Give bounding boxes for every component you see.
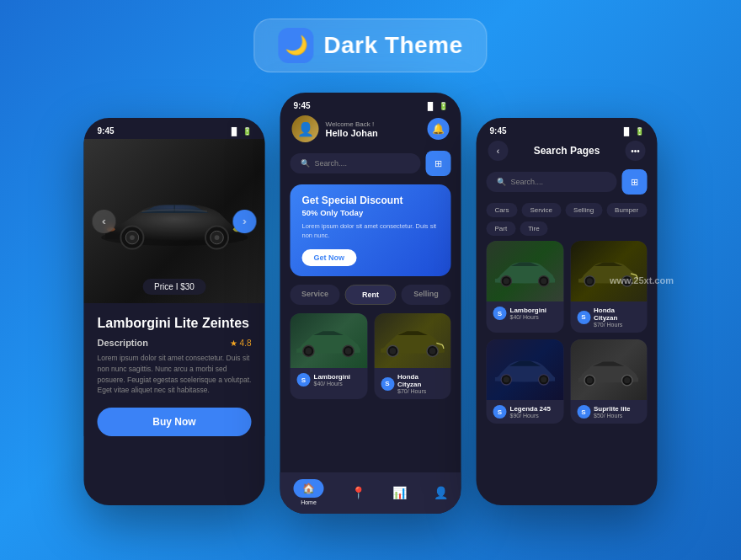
- nav-home[interactable]: 🏠 Home: [294, 479, 324, 505]
- svg-point-33: [624, 377, 630, 383]
- honda-image: [374, 313, 451, 368]
- svg-point-7: [214, 235, 219, 240]
- svg-point-27: [503, 376, 509, 382]
- car-price-honda: $70/ Hours: [397, 388, 445, 394]
- tag-bumper[interactable]: Bumper: [606, 203, 647, 217]
- search-name-legenda: Legenda 245: [510, 405, 551, 413]
- car-price-lamborghini: $40/ Hours: [314, 381, 351, 387]
- car-name-honda: Honda Cityzan: [397, 373, 445, 388]
- nav-profile[interactable]: 👤: [434, 486, 448, 499]
- time-1: 9:45: [98, 126, 115, 136]
- svg-point-23: [587, 278, 593, 284]
- tag-selling[interactable]: Selling: [565, 203, 602, 217]
- tag-cars[interactable]: Cars: [487, 203, 518, 217]
- phone-search: 9:45 ▐▌ 🔋 ‹ Search Pages ••• 🔍 Search...…: [477, 118, 658, 505]
- service-tabs: Service Rent Selling: [280, 285, 461, 313]
- desc-row: Description ★ 4.8: [98, 338, 252, 348]
- status-icons-2: ▐▌ 🔋: [425, 102, 448, 110]
- search-price-honda: $70/ Hours: [594, 322, 641, 328]
- car-card-lamborghini: S Lamborgini $40/ Hours: [291, 313, 368, 399]
- tag-part[interactable]: Part: [487, 221, 516, 236]
- svg-point-4: [130, 235, 135, 240]
- avatar: 👤: [292, 115, 319, 142]
- car-info-lamborghini: S Lamborgini $40/ Hours: [291, 368, 368, 392]
- prev-arrow[interactable]: ‹: [93, 210, 116, 233]
- discount-subtitle: 50% Only Today: [302, 208, 440, 217]
- search-info-legenda: S Legenda 245 $90/ Hours: [487, 400, 564, 424]
- buy-button[interactable]: Buy Now: [98, 408, 252, 436]
- car-logo-s2: S: [381, 377, 394, 391]
- home-icon: 🏠: [294, 479, 324, 498]
- search-placeholder: Search....: [315, 159, 348, 168]
- svg-point-21: [541, 278, 546, 284]
- search-box[interactable]: 🔍 Search....: [291, 153, 421, 173]
- car-info-honda: S Honda Cityzan $70/ Hours: [374, 368, 451, 399]
- tag-service[interactable]: Service: [521, 203, 561, 217]
- search-card-lamborghini: S Lamborgini $40/ Hours: [487, 241, 564, 333]
- phone-detail: 9:45 ▐▌ 🔋: [84, 118, 265, 505]
- next-arrow[interactable]: ›: [233, 210, 257, 233]
- lamborghini-image: [291, 313, 368, 368]
- price-badge: Price I $30: [142, 279, 206, 295]
- svg-point-31: [587, 377, 593, 383]
- car-name: Lamborgini Lite Zeintes: [98, 315, 252, 331]
- discount-description: Lorem ipsum dolor sit amet consectetur. …: [302, 222, 440, 240]
- svg-point-15: [389, 348, 396, 355]
- profile-icon: 👤: [434, 486, 448, 499]
- search-info-suprlite: S Suprlite lite $50/ Hours: [570, 400, 648, 424]
- search-card-honda: S Honda Cityzan $70/ Hours: [570, 241, 648, 333]
- notification-icon[interactable]: 🔔: [428, 118, 450, 140]
- filter-button[interactable]: ⊞: [426, 151, 451, 176]
- search-card-legenda: S Legenda 245 $90/ Hours: [487, 339, 564, 424]
- svg-point-19: [503, 278, 509, 284]
- search-name-honda: Honda Cityzan: [594, 307, 641, 322]
- svg-point-13: [345, 348, 352, 355]
- svg-point-11: [306, 348, 312, 355]
- search-cars-grid: S Lamborgini $40/ Hours: [477, 241, 658, 430]
- cars-grid: S Lamborgini $40/ Hours: [280, 313, 461, 408]
- tag-tire[interactable]: Tire: [520, 221, 547, 236]
- user-greeting: 👤 Welcome Back ! Hello Johan: [292, 115, 378, 142]
- description-text: Lorem ipsum dolor sit amet consectetur. …: [98, 353, 252, 396]
- rating: ★ 4.8: [230, 339, 252, 348]
- car-logo-hon2: S: [577, 311, 590, 324]
- watermark: www.25xt.com: [610, 275, 674, 285]
- tab-rent[interactable]: Rent: [345, 285, 397, 305]
- time-3: 9:45: [490, 126, 507, 136]
- search-box-3[interactable]: 🔍 Search....: [487, 172, 617, 192]
- svg-point-29: [541, 376, 546, 382]
- back-button[interactable]: ‹: [488, 141, 509, 161]
- location-icon: 📍: [351, 486, 365, 499]
- home-label: Home: [301, 499, 317, 505]
- car-card-honda: S Honda Cityzan $70/ Hours: [374, 313, 451, 399]
- more-button[interactable]: •••: [626, 141, 646, 161]
- filter-button-3[interactable]: ⊞: [622, 169, 648, 195]
- moon-icon: 🌙: [278, 28, 313, 63]
- tab-selling[interactable]: Selling: [402, 285, 451, 305]
- car-logo-leg: S: [493, 405, 507, 419]
- page-title: Search Pages: [534, 145, 600, 157]
- tab-service[interactable]: Service: [291, 285, 340, 305]
- search-price-lamborghini: $40/ Hours: [510, 314, 547, 320]
- get-now-button[interactable]: Get Now: [302, 249, 357, 266]
- search-name-lamborghini: Lamborgini: [510, 307, 547, 314]
- search-row: 🔍 Search.... ⊞: [280, 151, 461, 184]
- search-icon-3: 🔍: [497, 178, 506, 186]
- stats-icon: 📊: [392, 486, 407, 499]
- car-details: Lamborgini Lite Zeintes Description ★ 4.…: [84, 303, 265, 436]
- badge-title: Dark Theme: [323, 32, 462, 59]
- bottom-navigation: 🏠 Home 📍 📊 👤: [280, 472, 461, 514]
- welcome-text: Welcome Back !: [326, 120, 378, 128]
- phones-row: 9:45 ▐▌ 🔋: [84, 93, 658, 514]
- nav-location[interactable]: 📍: [351, 486, 365, 499]
- status-bar-1: 9:45 ▐▌ 🔋: [84, 118, 265, 139]
- phone2-header: 👤 Welcome Back ! Hello Johan 🔔: [280, 115, 461, 151]
- time-2: 9:45: [294, 101, 311, 110]
- search-info-lamborghini: S Lamborgini $40/ Hours: [487, 301, 564, 325]
- discount-card: Get Special Discount 50% Only Today Lore…: [291, 184, 451, 276]
- user-text: Welcome Back ! Hello Johan: [326, 120, 378, 138]
- nav-stats[interactable]: 📊: [392, 486, 407, 499]
- status-icons-3: ▐▌ 🔋: [621, 127, 644, 136]
- suprlite-img: [570, 339, 648, 400]
- header-badge: 🌙 Dark Theme: [253, 19, 487, 72]
